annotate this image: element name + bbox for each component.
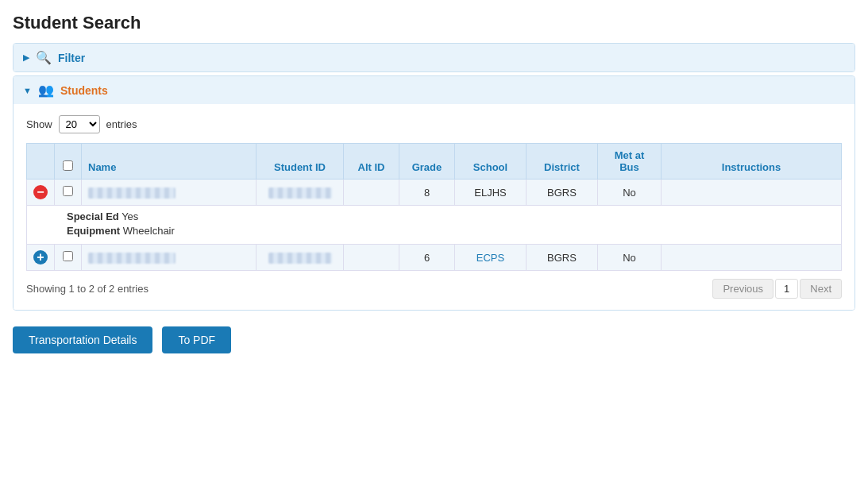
students-table: Name Student ID Alt ID Grade School Dist… [26, 143, 842, 271]
row1-special-ed-value: Yes [122, 210, 138, 222]
col-header-grade: Grade [399, 144, 455, 180]
row1-checkbox-cell [55, 180, 82, 206]
row2-alt-id-cell [344, 245, 399, 271]
row1-equipment-line: Equipment Wheelchair [67, 225, 831, 237]
table-row: + 6 ECPS BGRS [27, 245, 842, 271]
row2-name-cell [82, 245, 257, 271]
col-header-name: Name [82, 144, 257, 180]
row1-collapse-button[interactable]: − [33, 185, 48, 199]
transportation-details-button[interactable]: Transportation Details [13, 326, 152, 353]
show-entries-before-label: Show [26, 118, 52, 130]
col-header-ctrl [27, 144, 55, 180]
col-header-instructions: Instructions [662, 144, 842, 180]
showing-entries-text: Showing 1 to 2 of 2 entries [26, 283, 149, 295]
previous-button[interactable]: Previous [712, 279, 773, 299]
next-button[interactable]: Next [800, 279, 842, 299]
row2-met-at-bus-cell: No [598, 245, 662, 271]
filter-panel-header[interactable]: ▶ 🔍 Filter [14, 44, 854, 71]
row1-name-cell [82, 180, 257, 206]
row2-expand-button[interactable]: + [33, 250, 48, 265]
row2-student-id-cell [257, 245, 344, 271]
filter-panel: ▶ 🔍 Filter [13, 43, 855, 72]
students-panel-header[interactable]: ▼ 👥 Students [14, 76, 854, 104]
show-entries-select[interactable]: 10 20 50 100 [59, 115, 100, 133]
row2-student-id-blurred [268, 253, 332, 264]
row2-expand-cell: + [27, 245, 55, 271]
students-panel: ▼ 👥 Students Show 10 20 50 100 entries [13, 75, 855, 311]
row1-equipment-label: Equipment [67, 225, 120, 237]
show-entries-after-label: entries [106, 118, 137, 130]
row1-extra-info-row: Special Ed Yes Equipment Wheelchair [27, 206, 842, 245]
filter-panel-label: Filter [58, 52, 85, 64]
row1-instructions-cell [662, 180, 842, 206]
col-header-student-id: Student ID [257, 144, 344, 180]
filter-search-icon: 🔍 [36, 50, 52, 65]
row1-student-id-cell [257, 180, 344, 206]
students-group-icon: 👥 [38, 83, 54, 98]
row1-extra-info-cell: Special Ed Yes Equipment Wheelchair [27, 206, 842, 245]
row2-checkbox[interactable] [63, 251, 73, 261]
to-pdf-button[interactable]: To PDF [162, 326, 231, 353]
row2-school-cell: ECPS [455, 245, 527, 271]
row2-instructions-cell [662, 245, 842, 271]
row1-school-cell: ELJHS [455, 180, 527, 206]
col-header-met-at-bus: Met at Bus [598, 144, 662, 180]
students-panel-body: Show 10 20 50 100 entries Name Student I… [14, 104, 854, 310]
table-row: − 8 ELJHS BGRS No [27, 180, 842, 206]
col-header-alt-id: Alt ID [344, 144, 399, 180]
action-buttons-container: Transportation Details To PDF [13, 326, 855, 353]
row2-checkbox-cell [55, 245, 82, 271]
row1-checkbox[interactable] [63, 186, 73, 196]
show-entries-control: Show 10 20 50 100 entries [26, 115, 842, 133]
row1-equipment-value: Wheelchair [123, 225, 175, 237]
row1-met-at-bus-cell: No [598, 180, 662, 206]
page-number: 1 [775, 279, 798, 299]
row2-school-link[interactable]: ECPS [476, 252, 504, 264]
page-title: Student Search [13, 13, 855, 33]
students-panel-label: Students [60, 84, 108, 97]
row1-name-blurred [88, 187, 176, 199]
row1-special-ed-label: Special Ed [67, 210, 119, 222]
table-header-row: Name Student ID Alt ID Grade School Dist… [27, 144, 842, 180]
table-footer: Showing 1 to 2 of 2 entries Previous 1 N… [26, 279, 842, 299]
row1-student-id-blurred [268, 187, 332, 199]
row1-district-cell: BGRS [527, 180, 598, 206]
row1-grade-cell: 8 [399, 180, 455, 206]
filter-arrow-icon: ▶ [23, 52, 29, 63]
pagination-control: Previous 1 Next [712, 279, 842, 299]
row2-name-blurred [88, 253, 176, 264]
row2-grade-cell: 6 [399, 245, 455, 271]
col-header-school: School [455, 144, 527, 180]
select-all-checkbox[interactable] [63, 160, 73, 171]
col-header-checkbox [55, 144, 82, 180]
row1-special-ed-line: Special Ed Yes [67, 210, 831, 222]
col-header-district: District [527, 144, 598, 180]
students-arrow-icon: ▼ [23, 86, 32, 95]
row1-expand-cell: − [27, 180, 55, 206]
row2-district-cell: BGRS [527, 245, 598, 271]
row1-alt-id-cell [344, 180, 399, 206]
